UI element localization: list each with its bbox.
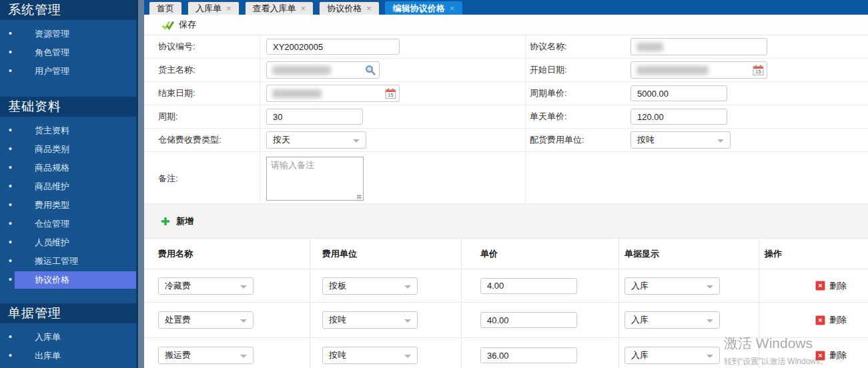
- sidebar-splitter[interactable]: [136, 0, 144, 368]
- sidebar-item-goods-maintain[interactable]: •商品维护: [0, 178, 136, 197]
- bullet-icon: •: [9, 28, 12, 39]
- close-icon[interactable]: ×: [450, 4, 455, 13]
- distribution-fee-unit-label: 配货费用单位:: [526, 129, 630, 151]
- bullet-icon: •: [9, 350, 12, 361]
- sidebar: 系统管理 •资源管理 •角色管理 •用户管理 基础资料 •货主资料 •商品类别 …: [0, 0, 136, 368]
- doc-display-select[interactable]: 入库: [624, 277, 720, 295]
- calendar-icon[interactable]: 15: [385, 88, 396, 99]
- delete-button[interactable]: ×删除: [815, 314, 847, 326]
- chevron-down-icon: [240, 319, 247, 323]
- search-icon[interactable]: [365, 65, 376, 76]
- distribution-fee-unit-select[interactable]: 按吨: [630, 131, 731, 149]
- delete-x-icon: ×: [815, 281, 825, 291]
- cycle-label: 周期:: [144, 105, 260, 128]
- doc-display-select[interactable]: 入库: [624, 347, 720, 364]
- sidebar-item-bin-mgmt[interactable]: •仓位管理: [0, 215, 136, 234]
- sidebar-section-basic-data[interactable]: 基础资料: [0, 97, 136, 117]
- tab-view-inbound-order[interactable]: 查看入库单×: [245, 1, 314, 15]
- sidebar-item-inbound-order[interactable]: •入库单: [0, 329, 136, 347]
- price-input[interactable]: [480, 347, 577, 363]
- delete-button[interactable]: ×删除: [815, 280, 847, 292]
- agreement-name-input[interactable]: [630, 38, 767, 55]
- sidebar-item-resource-mgmt[interactable]: •资源管理: [0, 25, 136, 44]
- owner-name-input[interactable]: [266, 61, 380, 79]
- fee-table-row: 搬运费 按吨 入库 ×删除: [144, 338, 868, 368]
- day-price-label: 单天单价:: [526, 105, 630, 128]
- tab-agreement-price[interactable]: 协议价格×: [319, 1, 380, 15]
- storage-fee-type-label: 仓储费收费类型:: [144, 129, 260, 151]
- sidebar-item-owner-data[interactable]: •货主资料: [0, 122, 136, 141]
- add-fee-button[interactable]: 新增: [161, 215, 193, 227]
- cycle-input[interactable]: [266, 109, 363, 125]
- bullet-icon: •: [9, 47, 12, 57]
- fee-unit-select[interactable]: 按吨: [322, 311, 418, 329]
- chevron-down-icon: [707, 319, 713, 323]
- col-price: 单价: [462, 239, 619, 269]
- sidebar-item-goods-spec[interactable]: •商品规格: [0, 159, 136, 178]
- fee-table-header: 费用名称 费用单位 单价 单据显示 操作: [144, 239, 868, 269]
- tab-edit-agreement-price[interactable]: 编辑协议价格×: [385, 1, 463, 15]
- sidebar-section-doc-mgmt[interactable]: 单据管理: [0, 303, 136, 323]
- form-row: 仓储费收费类型: 按天 配货费用单位: 按吨: [144, 129, 868, 152]
- plus-icon: [161, 217, 170, 226]
- col-actions: 操作: [759, 239, 868, 269]
- fee-unit-select[interactable]: 按板: [322, 277, 418, 295]
- fee-table-row: 处置费 按吨 入库 ×删除: [144, 303, 868, 338]
- fee-name-select[interactable]: 冷藏费: [158, 277, 254, 295]
- sidebar-item-user-mgmt[interactable]: •用户管理: [0, 63, 136, 81]
- double-check-icon: [161, 20, 174, 30]
- close-icon[interactable]: ×: [226, 4, 232, 13]
- chevron-down-icon: [707, 285, 713, 289]
- fee-table-row: 冷藏费 按板 入库 ×删除: [144, 269, 868, 303]
- close-icon[interactable]: ×: [366, 4, 372, 13]
- end-date-label: 结束日期:: [144, 82, 260, 105]
- form-row: 备注:: [144, 152, 868, 204]
- tab-bar: 首页 入库单× 查看入库单× 协议价格× 编辑协议价格×: [144, 0, 868, 15]
- sidebar-item-goods-category[interactable]: •商品类别: [0, 141, 136, 159]
- main-content: 首页 入库单× 查看入库单× 协议价格× 编辑协议价格× 保存 协议编号: 协议…: [144, 0, 868, 368]
- start-date-input[interactable]: 15: [630, 61, 767, 79]
- agreement-form: 协议编号: 协议名称: 货主名称: 开始日期: 15: [144, 35, 868, 204]
- price-input[interactable]: [480, 278, 577, 294]
- redacted-value: [636, 66, 709, 75]
- form-row: 周期: 单天单价:: [144, 105, 868, 129]
- day-price-input[interactable]: [630, 109, 727, 125]
- agreement-no-input[interactable]: [266, 39, 400, 55]
- sidebar-item-porter-mgmt[interactable]: •搬运工管理: [0, 253, 136, 271]
- chevron-down-icon: [353, 139, 360, 143]
- sidebar-item-outbound-order[interactable]: •出库单: [0, 347, 136, 366]
- fee-unit-select[interactable]: 按吨: [322, 347, 418, 364]
- tab-inbound-order[interactable]: 入库单×: [187, 1, 240, 15]
- agreement-name-label: 协议名称:: [526, 35, 630, 58]
- toolbar: 保存: [144, 15, 868, 35]
- start-date-label: 开始日期:: [526, 59, 630, 81]
- fee-name-select[interactable]: 搬运费: [158, 347, 254, 364]
- tab-home[interactable]: 首页: [149, 1, 182, 15]
- remark-label: 备注:: [144, 152, 260, 203]
- redacted-value: [636, 43, 663, 51]
- sidebar-item-agreement-price[interactable]: •协议价格: [0, 271, 136, 290]
- sidebar-item-fee-type[interactable]: •费用类型: [0, 197, 136, 215]
- fee-name-select[interactable]: 处置费: [158, 311, 254, 329]
- sidebar-section-system[interactable]: 系统管理: [0, 0, 136, 20]
- form-row: 货主名称: 开始日期: 15: [144, 59, 868, 82]
- doc-display-select[interactable]: 入库: [624, 311, 720, 329]
- chevron-down-icon: [240, 285, 247, 289]
- chevron-down-icon: [404, 355, 411, 358]
- sidebar-item-role-mgmt[interactable]: •角色管理: [0, 44, 136, 63]
- cycle-price-input[interactable]: [630, 85, 727, 101]
- storage-fee-type-select[interactable]: 按天: [266, 131, 366, 149]
- price-input[interactable]: [480, 312, 577, 328]
- calendar-icon[interactable]: 15: [753, 65, 764, 76]
- bullet-icon: •: [9, 255, 12, 266]
- end-date-input[interactable]: 15: [266, 85, 400, 102]
- remark-textarea[interactable]: [266, 157, 364, 201]
- svg-text:15: 15: [755, 69, 761, 75]
- save-button[interactable]: 保存: [161, 19, 196, 31]
- fee-table-toolbar: 新增: [144, 204, 868, 239]
- owner-name-label: 货主名称:: [144, 59, 260, 81]
- close-icon[interactable]: ×: [301, 4, 306, 13]
- svg-text:15: 15: [388, 92, 393, 98]
- delete-button[interactable]: ×删除: [815, 349, 847, 361]
- sidebar-item-personnel[interactable]: •人员维护: [0, 234, 136, 253]
